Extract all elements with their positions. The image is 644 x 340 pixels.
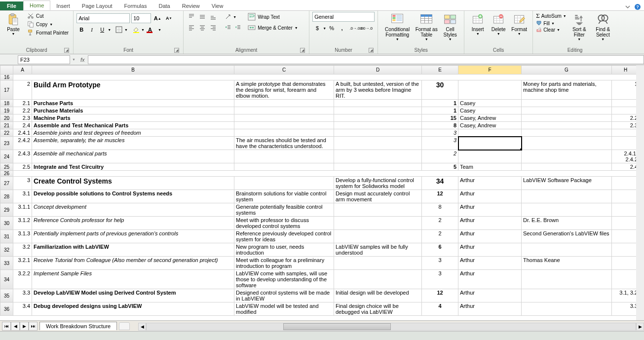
cell[interactable]: 2.4.2 [13, 137, 32, 150]
row-header[interactable]: 26 [0, 171, 13, 177]
wrap-text-button[interactable]: Wrap Text [247, 12, 306, 22]
row-header[interactable]: 18 [0, 100, 13, 107]
cell[interactable]: Thomas Keane [522, 257, 612, 270]
cell[interactable]: 2.2 [612, 114, 640, 122]
cell[interactable] [458, 150, 522, 163]
sheet-tab-active[interactable]: Work Breakdown Structure [39, 322, 117, 330]
cell[interactable] [522, 137, 612, 150]
cell[interactable]: 8 [422, 122, 458, 129]
cell[interactable]: Create Control Systems [32, 177, 234, 190]
row-header[interactable]: 16 [0, 75, 13, 80]
row-header[interactable]: 29 [0, 203, 13, 217]
cell[interactable]: 2.4.1, 2.4.2 [612, 150, 640, 163]
col-header-H[interactable]: H [612, 66, 640, 75]
cell[interactable]: 2.3 [13, 114, 32, 122]
cell[interactable]: 3 [422, 129, 458, 137]
row-header[interactable]: 19 [0, 107, 13, 114]
cell[interactable]: LabVIEW Software Package [522, 177, 612, 190]
cell[interactable] [234, 107, 334, 114]
cell[interactable]: Arthur [458, 302, 522, 316]
horizontal-scrollbar[interactable]: ◀ ▶ [138, 322, 644, 331]
chevron-down-icon[interactable]: ▼ [158, 28, 161, 32]
row-header[interactable]: 28 [0, 190, 13, 203]
row-header[interactable]: 35 [0, 289, 13, 302]
decrease-decimal-icon[interactable]: .00→.0 [361, 23, 371, 33]
increase-font-icon[interactable]: A▲ [152, 13, 162, 23]
cut-button[interactable]: Cut [26, 12, 70, 20]
cell[interactable]: 5 [422, 163, 458, 171]
cell[interactable] [334, 100, 422, 107]
cell[interactable]: 3.2.2 [13, 270, 32, 289]
cell[interactable]: Casey, Andrew [458, 114, 522, 122]
tab-page-layout[interactable]: Page Layout [76, 1, 118, 10]
cell[interactable]: Dr. E.E. Brown [522, 217, 612, 230]
tab-insert[interactable]: Insert [50, 1, 76, 10]
new-sheet-icon[interactable] [119, 322, 130, 330]
cell[interactable]: Receive Tutorial from Colleague (Also me… [32, 257, 234, 270]
cell[interactable] [612, 257, 640, 270]
row-header[interactable]: 23 [0, 137, 13, 150]
align-top-icon[interactable] [187, 12, 196, 22]
align-left-icon[interactable] [187, 23, 196, 33]
cell[interactable] [234, 177, 334, 190]
cell[interactable] [234, 150, 334, 163]
copy-button[interactable]: Copy▼ [26, 20, 70, 28]
cell[interactable]: 3.1.3 [13, 230, 32, 243]
cell[interactable]: Reference previously developed control s… [234, 230, 334, 243]
cell[interactable]: 12 [422, 289, 458, 302]
cell[interactable]: 2 [422, 217, 458, 230]
cell[interactable]: Purchase Parts [32, 100, 234, 107]
comma-icon[interactable]: , [337, 23, 347, 33]
cell[interactable]: 3.3 [612, 302, 640, 316]
row-header[interactable]: 34 [0, 270, 13, 289]
chevron-down-icon[interactable]: ▼ [124, 28, 128, 32]
row-header[interactable]: 30 [0, 217, 13, 230]
cell[interactable]: Develop possible solutions to Control Sy… [32, 190, 234, 203]
cell[interactable]: 2.5 [13, 163, 32, 171]
cell[interactable]: Team [458, 163, 522, 171]
row-header[interactable]: 27 [0, 177, 13, 190]
cell[interactable]: 2.4.3 [13, 150, 32, 163]
cell[interactable]: Reference Controls professor for help [32, 217, 234, 230]
sheet-nav-first-icon[interactable]: ⏮ [2, 322, 11, 331]
cell[interactable] [522, 203, 612, 217]
row-header[interactable]: 22 [0, 129, 13, 137]
fill-color-icon[interactable] [131, 25, 141, 35]
cell[interactable]: 2 [13, 80, 32, 100]
cell[interactable]: 3 [422, 257, 458, 270]
cell[interactable] [334, 150, 422, 163]
cell[interactable]: Purchase Materials [32, 107, 234, 114]
cell[interactable] [334, 114, 422, 122]
chevron-down-icon[interactable]: ▼ [141, 28, 145, 32]
font-name-select[interactable] [76, 13, 130, 23]
cell[interactable]: 6 [422, 243, 458, 257]
cell[interactable] [522, 122, 612, 129]
cell[interactable]: 2.1 [13, 100, 32, 107]
minimize-ribbon-icon[interactable] [624, 3, 631, 10]
cell[interactable]: Arthur [458, 257, 522, 270]
cell[interactable]: Familiarization with LabVIEW [32, 243, 234, 257]
cell[interactable]: 3.1, 3.2 [612, 289, 640, 302]
tab-data[interactable]: Data [152, 1, 176, 10]
clipboard-launcher[interactable]: ◢ [64, 48, 69, 53]
cell[interactable]: Machine Parts [32, 114, 234, 122]
cell[interactable] [334, 270, 422, 289]
percent-icon[interactable]: % [327, 23, 337, 33]
number-launcher[interactable]: ◢ [369, 48, 374, 53]
cell[interactable]: 3.1.1 [13, 203, 32, 217]
cell[interactable]: Second Generation's LabVIEW files [522, 230, 612, 243]
cell[interactable]: 3 [422, 137, 458, 150]
spreadsheet-grid[interactable]: A B C D E F G H 16172Build Arm Prototype… [0, 65, 644, 327]
row-header[interactable]: 36 [0, 302, 13, 316]
row-header[interactable]: 21 [0, 122, 13, 129]
row-header[interactable]: 17 [0, 80, 13, 100]
font-size-select[interactable] [131, 13, 151, 23]
cell[interactable]: 2.3 [612, 122, 640, 129]
fill-button[interactable]: Fill▼ [536, 20, 567, 26]
format-as-table-button[interactable]: Format as Table▼ [414, 12, 439, 41]
cell[interactable] [234, 100, 334, 107]
col-header-D[interactable]: D [334, 66, 422, 75]
cell[interactable] [612, 203, 640, 217]
cell[interactable] [612, 243, 640, 257]
cell[interactable] [234, 114, 334, 122]
